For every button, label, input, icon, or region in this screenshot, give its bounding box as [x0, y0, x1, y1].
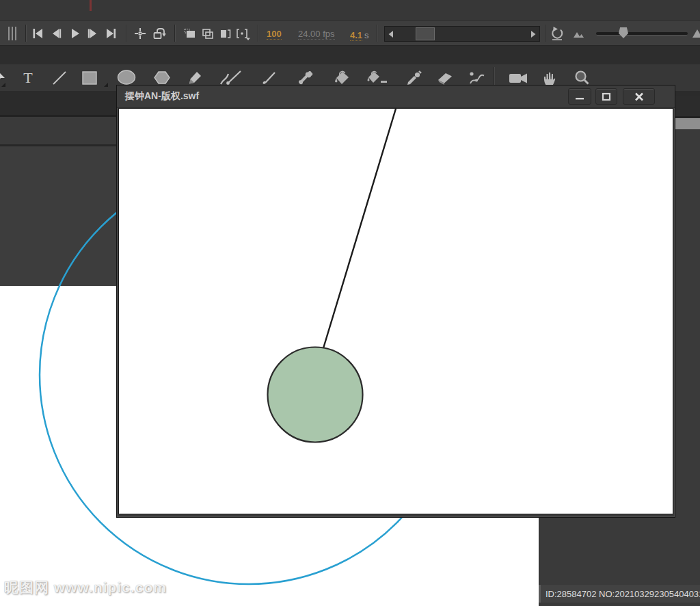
- loop-playback-button[interactable]: [550, 26, 565, 41]
- toolbar-gap-band: [0, 46, 700, 64]
- line-tool-icon: [51, 69, 68, 87]
- step-back-button[interactable]: [49, 26, 64, 41]
- step-forward-icon: [85, 27, 99, 40]
- document-tab-band: [0, 96, 116, 115]
- window-title: 摆钟AN-版权.swf: [125, 90, 199, 103]
- close-icon: [634, 92, 644, 101]
- maximize-icon: [602, 92, 611, 101]
- scrub-right-arrow-icon[interactable]: [528, 29, 538, 39]
- minimize-icon: [575, 92, 584, 101]
- elapsed-time-value[interactable]: 4.1: [350, 30, 362, 41]
- scrub-left-arrow-icon[interactable]: [386, 29, 396, 39]
- go-to-first-frame-icon: [31, 27, 44, 40]
- pendulum-rod: [323, 109, 396, 348]
- playhead-marker[interactable]: [90, 0, 92, 11]
- rectangle-tool-icon: [81, 69, 98, 87]
- preview-zoom-slider[interactable]: [596, 32, 688, 36]
- onion-skin-button[interactable]: [183, 26, 198, 41]
- pendulum-animation: [119, 109, 673, 514]
- line-tool-button[interactable]: [48, 66, 71, 90]
- horizontal-scrollbar[interactable]: [675, 118, 700, 129]
- step-back-icon: [49, 27, 63, 40]
- zoom-in-mountains-icon[interactable]: [692, 27, 700, 41]
- app-screen: 昵图网 www.nipic.com ID:28584702 NO:2021032…: [0, 0, 700, 606]
- zoom-out-mountains-icon[interactable]: [573, 29, 585, 41]
- zoom-slider-thumb[interactable]: [619, 27, 628, 38]
- separator: [377, 25, 377, 42]
- maximize-button[interactable]: [595, 88, 617, 105]
- separator: [258, 25, 258, 42]
- play-button[interactable]: [67, 26, 82, 41]
- rectangle-tool-button[interactable]: [78, 66, 101, 90]
- pasteboard-left: [0, 146, 116, 286]
- swf-preview-window: 摆钟AN-版权.swf: [116, 85, 675, 518]
- minimize-button[interactable]: [568, 88, 591, 105]
- pasteboard-right: [675, 129, 700, 518]
- go-to-last-frame-button[interactable]: [103, 26, 118, 41]
- close-button[interactable]: [623, 88, 655, 105]
- text-tool-button[interactable]: T: [16, 66, 40, 90]
- center-frame-button[interactable]: [133, 26, 148, 41]
- separator: [174, 25, 175, 42]
- separator: [25, 25, 26, 42]
- tool-flyout-arrow: [1, 83, 5, 87]
- edit-multiple-frames-icon: [218, 27, 232, 40]
- text-tool-icon: T: [19, 69, 37, 87]
- center-frame-icon: [133, 27, 147, 40]
- edit-multiple-frames-button[interactable]: [217, 26, 232, 41]
- current-frame-field[interactable]: 100: [267, 29, 282, 40]
- right-edge-band: [675, 96, 700, 116]
- loop-range-button[interactable]: [152, 26, 167, 41]
- modify-markers-icon: [235, 27, 252, 40]
- timeline-scrubber[interactable]: [384, 26, 540, 42]
- loop-icon: [550, 26, 565, 41]
- playback-toolbar: 100 24.00 fps 4.1s: [0, 20, 700, 46]
- svg-text:T: T: [23, 69, 33, 86]
- pendulum-bob: [268, 347, 363, 443]
- go-to-first-frame-button[interactable]: [30, 26, 45, 41]
- onion-skin-outlines-icon: [201, 27, 215, 40]
- tool-flyout-arrow: [104, 83, 108, 87]
- elapsed-time-unit: s: [364, 30, 369, 40]
- toolbar-drag-grip[interactable]: [8, 27, 19, 40]
- frame-rate-field[interactable]: 24.00 fps: [298, 29, 335, 40]
- timeline-top-strip: [0, 0, 700, 20]
- play-icon: [68, 27, 81, 40]
- separator: [126, 25, 126, 42]
- onion-skin-outlines-button[interactable]: [200, 26, 215, 41]
- scrubber-thumb[interactable]: [416, 27, 435, 40]
- onion-skin-icon: [183, 27, 197, 40]
- swf-canvas: [118, 108, 673, 514]
- window-title-bar[interactable]: 摆钟AN-版权.swf: [117, 85, 675, 108]
- go-to-last-frame-icon: [103, 27, 117, 40]
- separator: [545, 25, 546, 42]
- modify-markers-button[interactable]: [234, 26, 252, 41]
- elapsed-time-field[interactable]: 4.1s: [350, 29, 369, 41]
- image-id-text: ID:28584702 NO:20210329230540403109: [541, 589, 700, 599]
- step-forward-button[interactable]: [85, 26, 100, 41]
- watermark: 昵图网 www.nipic.com: [4, 578, 167, 597]
- edit-bar-band: [0, 117, 116, 144]
- loop-range-icon: [152, 27, 166, 40]
- image-id-strip: ID:28584702 NO:20210329230540403109: [539, 585, 700, 603]
